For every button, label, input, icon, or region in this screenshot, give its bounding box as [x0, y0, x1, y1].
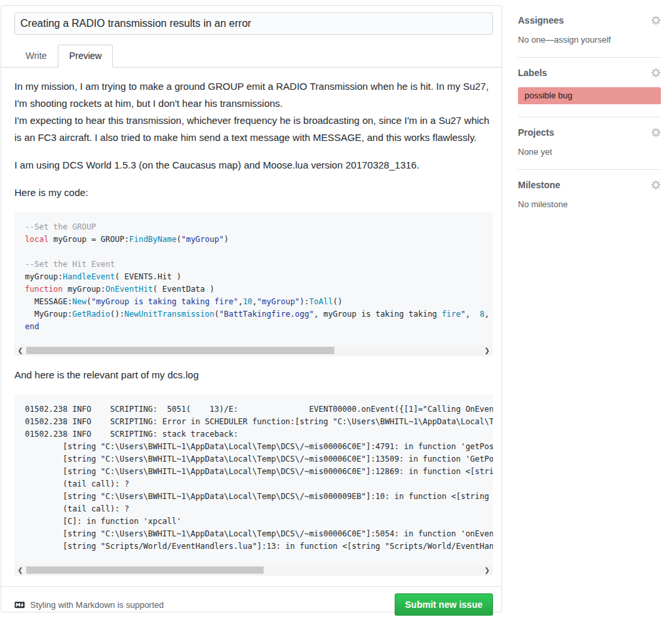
write-preview-tabs: Write Preview — [1, 45, 502, 68]
body-paragraph-1-line-2: I'm expecting to hear this transmission,… — [14, 115, 489, 143]
body-paragraph-1: In my mission, I am trying to make a gro… — [14, 78, 493, 146]
scroll-right-arrow-icon[interactable]: ❯ — [483, 346, 492, 355]
scroll-left-arrow-icon[interactable]: ❮ — [16, 346, 25, 355]
body-paragraph-4: And here is the relevant part of my dcs.… — [14, 367, 493, 384]
body-paragraph-2: I am using DCS World 1.5.3 (on the Cauca… — [14, 157, 493, 174]
scrollbar-thumb[interactable] — [26, 347, 334, 354]
markdown-icon — [13, 600, 26, 610]
labels-gear-icon[interactable] — [651, 68, 661, 78]
markdown-note-text: Styling with Markdown is supported — [30, 600, 164, 610]
milestone-section: Milestone No milestone — [518, 170, 661, 222]
lua-code: --Set the GROUP local myGroup = GROUP:Fi… — [14, 212, 493, 340]
assignees-heading: Assignees — [518, 15, 564, 26]
scroll-right-arrow-icon[interactable]: ❯ — [483, 565, 492, 575]
labels-section: Labels possible bug — [518, 58, 661, 117]
tab-write[interactable]: Write — [14, 45, 58, 68]
projects-heading: Projects — [518, 127, 554, 138]
lua-code-block: --Set the GROUP local myGroup = GROUP:Fi… — [14, 212, 493, 356]
log-horizontal-scrollbar[interactable]: ❮ ❯ — [14, 565, 493, 576]
assignees-value[interactable]: No one—assign yourself — [518, 35, 661, 45]
projects-value: None yet — [518, 147, 661, 157]
labels-heading: Labels — [518, 68, 547, 78]
milestone-heading: Milestone — [518, 180, 561, 190]
tab-preview[interactable]: Preview — [58, 45, 113, 68]
milestone-value: No milestone — [518, 199, 661, 209]
body-paragraph-1-line-1: In my mission, I am trying to make a gro… — [14, 81, 488, 109]
assignees-section: Assignees No one—assign yourself — [518, 5, 661, 58]
issue-sidebar: Assignees No one—assign yourself Labels … — [518, 5, 661, 222]
code-horizontal-scrollbar[interactable]: ❮ ❯ — [14, 345, 493, 356]
new-issue-form: Write Preview In my mission, I am trying… — [1, 5, 502, 612]
assignees-gear-icon[interactable] — [651, 15, 661, 26]
preview-body: In my mission, I am trying to make a gro… — [1, 68, 502, 576]
body-paragraph-3: Here is my code: — [14, 184, 493, 201]
scroll-left-arrow-icon[interactable]: ❮ — [16, 565, 25, 575]
label-possible-bug[interactable]: possible bug — [518, 87, 661, 104]
submit-new-issue-button[interactable]: Submit new issue — [395, 593, 493, 616]
projects-section: Projects None yet — [518, 117, 661, 170]
dcs-log-text: 01502.238 INFO SCRIPTING: 5051( 13)/E: E… — [14, 394, 493, 559]
form-footer: Styling with Markdown is supported Submi… — [1, 587, 502, 619]
milestone-gear-icon[interactable] — [651, 180, 661, 190]
dcs-log-block: 01502.238 INFO SCRIPTING: 5051( 13)/E: E… — [14, 394, 493, 576]
projects-gear-icon[interactable] — [651, 127, 661, 138]
issue-title-input[interactable] — [14, 12, 493, 35]
markdown-support-note: Styling with Markdown is supported — [13, 600, 164, 610]
scrollbar-thumb[interactable] — [26, 567, 264, 574]
